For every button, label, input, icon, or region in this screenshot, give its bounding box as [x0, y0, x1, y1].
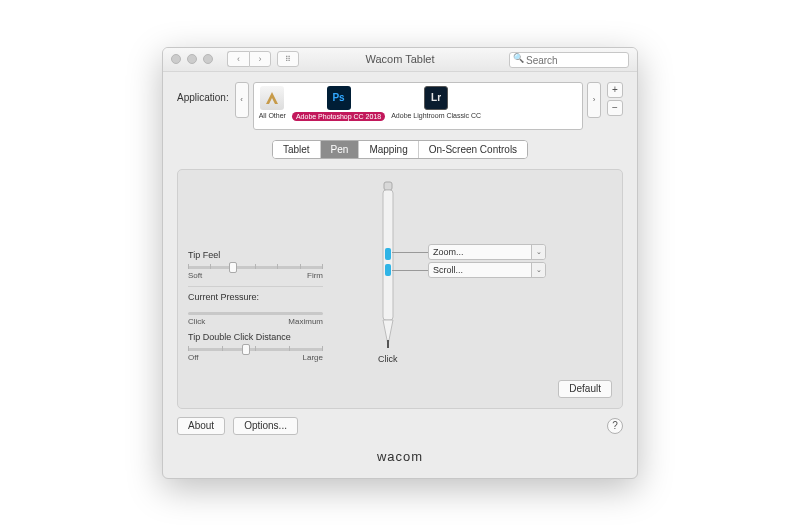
pen-icon: [380, 180, 396, 350]
tip-feel-max: Firm: [307, 271, 323, 280]
all-other-icon: [260, 86, 284, 110]
double-click-label: Tip Double Click Distance: [188, 332, 323, 342]
app-scroll-left-button[interactable]: ‹: [235, 82, 249, 118]
nav-segment: ‹ ›: [227, 51, 271, 67]
pen-panel: Tip Feel Soft Firm Current Pressure: Cli…: [177, 169, 623, 409]
tab-onscreen-controls[interactable]: On-Screen Controls: [419, 141, 527, 158]
svg-rect-4: [385, 264, 391, 276]
double-click-thumb[interactable]: [242, 344, 250, 355]
svg-marker-0: [266, 92, 278, 104]
tab-mapping[interactable]: Mapping: [359, 141, 418, 158]
search-icon: 🔍: [513, 53, 524, 63]
wacom-preferences-window: ‹ › ⠿ Wacom Tablet 🔍 Application: ‹ All …: [162, 47, 638, 479]
add-application-button[interactable]: +: [607, 82, 623, 98]
double-click-max: Large: [303, 353, 323, 362]
connector-line: [392, 252, 428, 253]
app-item-lightroom[interactable]: Lr Adobe Lightroom Classic CC: [388, 86, 484, 119]
connector-line: [392, 270, 428, 271]
show-all-button[interactable]: ⠿: [277, 51, 299, 67]
chevron-down-icon: ⌄: [531, 263, 545, 277]
tab-tablet[interactable]: Tablet: [273, 141, 321, 158]
default-button[interactable]: Default: [558, 380, 612, 398]
current-pressure-label: Current Pressure:: [188, 292, 323, 302]
pen-diagram: Click: [378, 180, 398, 364]
close-icon[interactable]: [171, 54, 181, 64]
minimize-icon[interactable]: [187, 54, 197, 64]
window-controls: [171, 54, 213, 64]
lower-button-dropdown[interactable]: Scroll... ⌄: [428, 262, 546, 278]
pressure-max: Maximum: [288, 317, 323, 326]
brand-logo: wacom: [163, 443, 637, 478]
pressure-min: Click: [188, 317, 205, 326]
tip-feel-label: Tip Feel: [188, 250, 323, 260]
double-click-slider[interactable]: [188, 348, 323, 351]
tip-feel-slider[interactable]: [188, 266, 323, 269]
app-selected-badge: Adobe Photoshop CC 2018: [292, 112, 385, 121]
about-button[interactable]: About: [177, 417, 225, 435]
bottom-bar: About Options... ?: [163, 417, 637, 443]
tab-pen[interactable]: Pen: [321, 141, 360, 158]
app-scroll-right-button[interactable]: ›: [587, 82, 601, 118]
svg-rect-1: [384, 182, 392, 190]
tip-feel-min: Soft: [188, 271, 202, 280]
app-item-photoshop[interactable]: Ps Adobe Photoshop CC 2018: [289, 86, 388, 121]
svg-rect-6: [387, 340, 389, 348]
left-controls: Tip Feel Soft Firm Current Pressure: Cli…: [188, 250, 323, 368]
photoshop-icon: Ps: [327, 86, 351, 110]
tip-action-label: Click: [378, 354, 398, 364]
application-label: Application:: [177, 92, 229, 103]
titlebar: ‹ › ⠿ Wacom Tablet 🔍: [163, 48, 637, 72]
remove-application-button[interactable]: −: [607, 100, 623, 116]
forward-button[interactable]: ›: [249, 51, 271, 67]
lightroom-icon: Lr: [424, 86, 448, 110]
help-button[interactable]: ?: [607, 418, 623, 434]
app-item-all-other[interactable]: All Other: [256, 86, 289, 119]
tip-feel-thumb[interactable]: [229, 262, 237, 273]
search-input[interactable]: [509, 52, 629, 68]
chevron-down-icon: ⌄: [531, 245, 545, 259]
zoom-icon[interactable]: [203, 54, 213, 64]
application-row: Application: ‹ All Other Ps Adobe Photos…: [163, 72, 637, 138]
back-button[interactable]: ‹: [227, 51, 249, 67]
upper-button-dropdown[interactable]: Zoom... ⌄: [428, 244, 546, 260]
application-strip: All Other Ps Adobe Photoshop CC 2018 Lr …: [253, 82, 583, 130]
pressure-meter: [188, 312, 323, 315]
svg-rect-3: [385, 248, 391, 260]
options-button[interactable]: Options...: [233, 417, 298, 435]
double-click-min: Off: [188, 353, 199, 362]
tab-row: Tablet Pen Mapping On-Screen Controls: [163, 138, 637, 169]
